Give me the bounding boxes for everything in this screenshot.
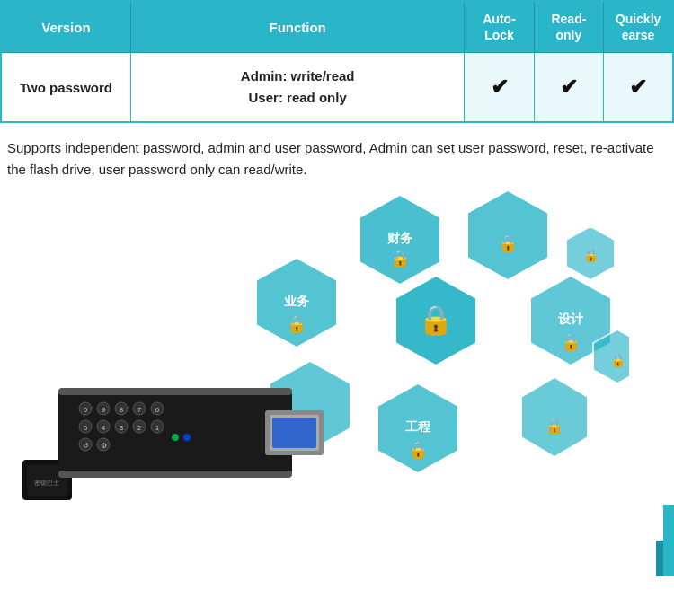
led-blue — [183, 434, 191, 441]
version-header: Version — [1, 1, 130, 53]
btn-special1-label: ↺ — [83, 442, 89, 450]
accent-bar-primary — [663, 505, 674, 576]
checkmark-auto-lock: ✔ — [491, 75, 509, 100]
bottom-right-hex — [521, 377, 588, 457]
quickly-erase-check: ✔ — [604, 53, 673, 123]
btn-9-label: 9 — [102, 406, 106, 414]
far-right-lock: 🔒 — [610, 353, 626, 368]
description-text: Supports independent password, admin and… — [0, 123, 674, 190]
read-only-header: Read-only — [534, 1, 603, 53]
function-line1: Admin: write/read — [241, 68, 355, 84]
version-cell: Two password — [1, 53, 130, 123]
usb-brand-text: 密锁巴士 — [34, 480, 59, 487]
bottom-center-label: 工程 — [405, 419, 431, 434]
btn-2-label: 2 — [137, 424, 142, 432]
accent-bar-secondary — [656, 541, 663, 576]
function-cell: Admin: write/read User: read only — [130, 53, 464, 123]
top-right-lock: 🔒 — [498, 233, 519, 253]
usb-connector-type-a — [272, 418, 316, 448]
btn-6-label: 6 — [155, 406, 160, 414]
btn-5-label: 5 — [84, 424, 88, 432]
right-label: 设计 — [558, 312, 584, 326]
quickly-erase-header: Quicklyearse — [604, 1, 673, 53]
btn-7-label: 7 — [137, 406, 142, 414]
btn-8-label: 8 — [120, 406, 124, 414]
right-lock: 🔒 — [561, 332, 581, 352]
led-green — [172, 434, 179, 441]
checkmark-quickly-erase: ✔ — [629, 75, 647, 100]
bottom-center-lock: 🔒 — [408, 440, 429, 460]
btn-4-label: 4 — [102, 424, 106, 432]
center-lock-icon: 🔒 — [418, 303, 454, 337]
btn-3-label: 3 — [120, 424, 124, 432]
function-line2: User: read only — [249, 90, 347, 105]
feature-table: Version Function Auto-Lock Read-only Qui… — [0, 0, 674, 123]
read-only-check: ✔ — [534, 53, 603, 123]
auto-lock-header: Auto-Lock — [465, 1, 534, 53]
btn-0-label: 0 — [84, 406, 88, 414]
usb-body — [58, 388, 292, 478]
top-center-label: 财务 — [386, 231, 413, 245]
auto-lock-check: ✔ — [465, 53, 534, 123]
function-header: Function — [130, 1, 464, 53]
top-far-right-lock: 🔒 — [583, 248, 599, 263]
usb-trim-top — [58, 388, 292, 395]
btn-special2-label: ⚙ — [101, 442, 107, 450]
bottom-right-lock: 🔒 — [545, 418, 563, 435]
main-container: Version Function Auto-Lock Read-only Qui… — [0, 0, 674, 576]
usb-drive-svg: 密锁巴士 0 9 8 7 6 5 4 3 — [4, 271, 346, 550]
usb-trim-bottom — [58, 471, 292, 478]
image-area: 🔒 财务 🔒 业务 🔒 🔒 设计 🔒 🔒 工程 🔒 — [0, 190, 674, 576]
top-center-lock: 🔒 — [390, 249, 411, 268]
btn-1-label: 1 — [155, 424, 160, 432]
checkmark-read-only: ✔ — [560, 75, 578, 100]
table-row: Two password Admin: write/read User: rea… — [1, 53, 673, 123]
